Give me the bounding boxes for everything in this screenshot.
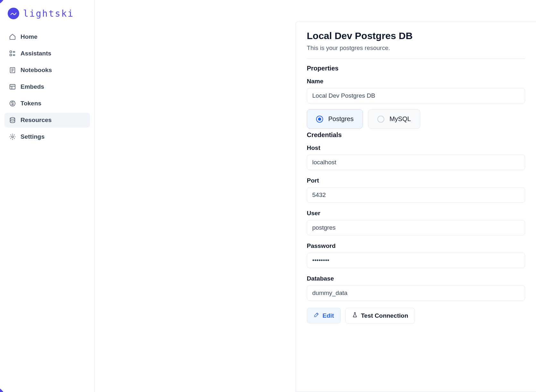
- radio-icon: [316, 116, 323, 123]
- settings-icon: [9, 133, 16, 140]
- sidebar-item-assistants[interactable]: Assistants: [4, 46, 90, 61]
- sidebar-item-label: Resources: [21, 117, 52, 124]
- test-connection-button[interactable]: Test Connection: [345, 308, 415, 323]
- svg-rect-10: [10, 85, 15, 89]
- main-content: Local Dev Postgres DB This is your postg…: [95, 0, 536, 392]
- port-label: Port: [307, 177, 525, 184]
- svg-rect-3: [10, 54, 12, 56]
- notebook-icon: [9, 67, 16, 74]
- svg-point-14: [10, 118, 15, 119]
- host-input[interactable]: localhost: [307, 155, 525, 170]
- resource-title: Local Dev Postgres DB: [307, 30, 525, 41]
- port-input[interactable]: 5432: [307, 187, 525, 203]
- sidebar-item-label: Assistants: [21, 50, 51, 57]
- svg-point-15: [12, 136, 13, 138]
- assistants-icon: [9, 50, 16, 57]
- edit-label: Edit: [322, 312, 334, 319]
- sidebar-item-home[interactable]: Home: [4, 29, 90, 44]
- svg-rect-0: [10, 51, 12, 53]
- database-label: Database: [307, 275, 525, 282]
- resource-panel: Local Dev Postgres DB This is your postg…: [296, 21, 536, 392]
- sidebar-item-label: Tokens: [21, 100, 41, 107]
- tokens-icon: [9, 100, 16, 107]
- name-label: Name: [307, 78, 525, 85]
- password-input[interactable]: ••••••••: [307, 253, 525, 268]
- test-label: Test Connection: [361, 312, 408, 319]
- sidebar-item-resources[interactable]: Resources: [4, 113, 90, 127]
- db-type-group: Postgres MySQL: [307, 109, 525, 129]
- host-label: Host: [307, 144, 525, 151]
- sidebar: lightski Home Assistants Notebooks: [0, 0, 95, 392]
- sidebar-item-label: Embeds: [21, 83, 44, 90]
- user-label: User: [307, 210, 525, 217]
- flask-icon: [352, 312, 358, 319]
- sidebar-nav: Home Assistants Notebooks Embeds: [4, 29, 90, 144]
- sidebar-item-settings[interactable]: Settings: [4, 129, 90, 144]
- db-type-label: MySQL: [389, 115, 411, 123]
- database-input[interactable]: dummy_data: [307, 285, 525, 301]
- radio-icon: [377, 116, 384, 123]
- edit-icon: [314, 312, 319, 319]
- user-input[interactable]: postgres: [307, 220, 525, 235]
- db-type-mysql[interactable]: MySQL: [368, 109, 420, 129]
- edit-button[interactable]: Edit: [307, 308, 341, 323]
- sidebar-item-notebooks[interactable]: Notebooks: [4, 63, 90, 78]
- sidebar-item-embeds[interactable]: Embeds: [4, 79, 90, 94]
- sidebar-item-tokens[interactable]: Tokens: [4, 96, 90, 111]
- db-type-label: Postgres: [328, 115, 354, 123]
- db-type-postgres[interactable]: Postgres: [307, 109, 363, 129]
- logo-icon: [8, 8, 19, 19]
- sidebar-item-label: Home: [21, 33, 38, 40]
- credentials-heading: Credentials: [307, 131, 525, 139]
- action-row: Edit Test Connection: [307, 308, 525, 323]
- properties-heading: Properties: [307, 65, 525, 72]
- password-label: Password: [307, 242, 525, 249]
- home-icon: [9, 33, 16, 40]
- name-input[interactable]: Local Dev Postgres DB: [307, 88, 525, 103]
- sidebar-item-label: Settings: [21, 133, 45, 140]
- resource-subtitle: This is your postgres resource.: [307, 45, 525, 52]
- divider: [307, 59, 525, 59]
- brand-name: lightski: [23, 8, 74, 19]
- brand-logo[interactable]: lightski: [4, 6, 90, 26]
- sidebar-item-label: Notebooks: [21, 67, 52, 74]
- embeds-icon: [9, 83, 16, 90]
- database-icon: [9, 117, 16, 124]
